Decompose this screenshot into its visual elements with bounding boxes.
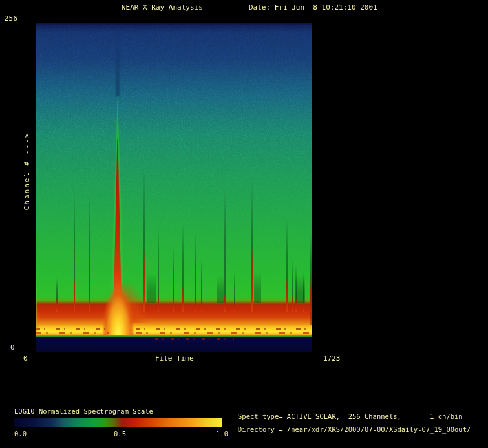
x-axis-min-tick: 0 (23, 354, 28, 363)
right-edge-dark-column (310, 269, 312, 325)
spike-red-core (182, 286, 184, 312)
dark-column (217, 275, 224, 303)
x-axis-max-tick: 1723 (323, 354, 341, 363)
spike-tail (224, 189, 226, 304)
colorbar-tick-05: 0.5 (114, 430, 126, 438)
spike-red-core (201, 300, 202, 312)
spike-tail (234, 272, 235, 304)
colorbar-tick-0: 0.0 (14, 430, 27, 438)
colorbar-gradient (14, 418, 222, 427)
spike-red-core (173, 290, 174, 312)
spike-red-core (74, 277, 75, 312)
spike-tail (201, 259, 202, 304)
spike-red-core (303, 299, 304, 312)
spike-red-core (286, 277, 288, 312)
spike-red-core (234, 301, 235, 312)
colorbar-title: LOG10 Normalized Spectrogram Scale (14, 407, 153, 416)
spike-red-core (295, 297, 297, 312)
band-dash-line (36, 328, 109, 330)
left-edge-orange-smear (36, 297, 42, 334)
y-axis-max-tick: 256 (5, 14, 17, 23)
spike-red-core (251, 246, 253, 312)
band-dash-line (36, 332, 109, 334)
band-dash-line (136, 328, 312, 330)
directory-line: Directory = /near/xdr/XRS/2000/07-00/XSd… (238, 425, 471, 434)
x-axis-label: File Time (155, 354, 194, 363)
spike-tail (195, 231, 196, 304)
spect-type-line: Spect type= ACTIVE SOLAR, 256 Channels, … (238, 412, 463, 421)
date-label: Date: Fri Jun 8 10:21:10 2001 (249, 3, 377, 12)
colorbar-tick-1: 1.0 (216, 430, 228, 438)
spike-red-core (292, 295, 293, 312)
y-axis-min-tick: 0 (10, 343, 15, 352)
page-title: NEAR X-Ray Analysis (122, 3, 203, 12)
flare-upper-shadow (116, 31, 120, 96)
y-axis-label: Channel # ---> (23, 133, 31, 211)
empty-band-dashes (155, 338, 234, 340)
spectrogram-plot (36, 23, 312, 352)
flare-base-glow (101, 275, 136, 335)
band-dash-line (136, 332, 312, 334)
dark-column (254, 272, 261, 303)
near-xray-analysis-window: NEAR X-Ray Analysis Date: Fri Jun 8 10:2… (0, 0, 488, 448)
spike-red-core (224, 293, 226, 312)
spike-red-core (56, 297, 58, 312)
spike-red-core (195, 297, 196, 312)
spike-red-core (89, 278, 90, 312)
